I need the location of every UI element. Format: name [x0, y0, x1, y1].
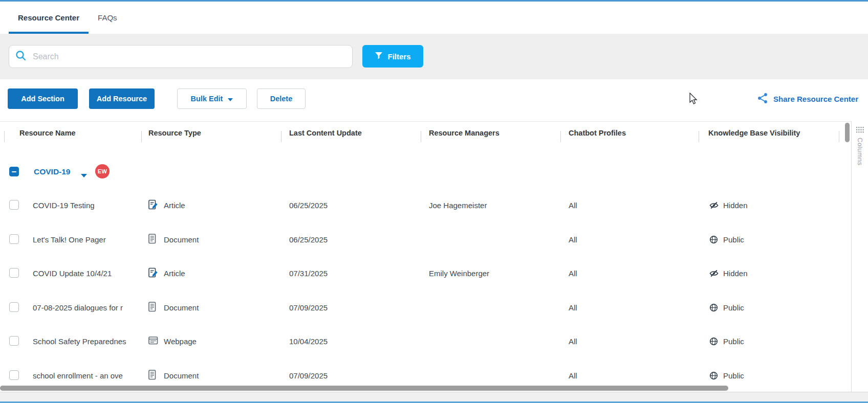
globe-icon — [709, 303, 718, 314]
header-chatbot-profiles: Chatbot Profiles — [569, 122, 626, 144]
chatbot-profiles: All — [569, 269, 577, 278]
document-icon — [148, 370, 156, 382]
search-icon — [15, 50, 27, 63]
section-name[interactable]: COVID-19 — [34, 167, 71, 176]
chatbot-profiles: All — [569, 201, 577, 210]
visibility-status: Hidden — [723, 201, 748, 210]
row-checkbox[interactable] — [9, 234, 19, 244]
tab-faqs-label: FAQs — [98, 13, 117, 22]
document-icon — [148, 302, 156, 314]
resource-name[interactable]: 07-08-2025 dialogues for r — [33, 303, 131, 312]
resource-type: Document — [164, 235, 199, 244]
add-resource-button[interactable]: Add Resource — [89, 88, 155, 109]
column-divider — [839, 131, 839, 142]
column-divider — [281, 131, 281, 142]
chatbot-profiles: All — [569, 235, 577, 244]
chevron-down-icon — [228, 95, 233, 103]
chatbot-profiles: All — [569, 303, 577, 312]
header-resource-managers: Resource Managers — [429, 122, 500, 144]
column-divider — [421, 131, 421, 142]
resource-managers: Joe Hagemeister — [429, 201, 487, 210]
globe-icon — [709, 371, 718, 382]
last-content-update: 06/25/2025 — [289, 201, 328, 210]
header-resource-name: Resource Name — [19, 122, 76, 144]
last-content-update: 07/09/2025 — [289, 371, 328, 380]
row-checkbox[interactable] — [9, 336, 19, 346]
horizontal-scrollbar[interactable] — [0, 386, 728, 391]
resource-name[interactable]: School Safety Preparednes — [33, 337, 131, 346]
resource-type: Article — [164, 201, 185, 210]
columns-panel: Columns — [851, 121, 868, 393]
last-content-update: 10/04/2025 — [289, 337, 328, 346]
filter-funnel-icon — [375, 52, 383, 61]
webpage-icon — [148, 337, 158, 347]
share-resource-center-link[interactable]: Share Resource Center — [757, 88, 858, 109]
article-icon — [148, 267, 158, 280]
add-section-button[interactable]: Add Section — [8, 88, 78, 109]
share-icon — [757, 93, 768, 105]
search-band: Filters — [0, 34, 868, 79]
section-collapse-caret-icon[interactable] — [81, 170, 87, 180]
resources-table: Resource Name Resource Type Last Content… — [0, 121, 868, 386]
avatar: EW — [95, 164, 110, 178]
filters-button-label: Filters — [387, 52, 410, 61]
column-divider — [141, 131, 142, 142]
header-knowledge-base-visibility: Knowledge Base Visibility — [708, 122, 800, 144]
row-checkbox[interactable] — [9, 370, 19, 380]
section-checkbox[interactable] — [9, 167, 19, 176]
column-divider — [4, 131, 5, 142]
column-divider — [560, 131, 561, 142]
visibility-status: Public — [723, 371, 744, 380]
resource-type: Document — [164, 303, 199, 312]
tab-resource-center-label: Resource Center — [18, 13, 79, 22]
resource-name[interactable]: school enrollment - an ove — [33, 371, 131, 380]
hidden-eye-icon — [709, 201, 719, 212]
resource-managers: Emily Weinberger — [429, 269, 489, 278]
row-checkbox[interactable] — [9, 268, 19, 278]
filters-button[interactable]: Filters — [362, 45, 423, 68]
tab-resource-center[interactable]: Resource Center — [9, 2, 89, 34]
delete-button[interactable]: Delete — [257, 88, 306, 109]
resource-type: Document — [164, 371, 199, 380]
resource-name[interactable]: COVID Update 10/4/21 — [33, 269, 131, 278]
globe-icon — [709, 235, 718, 246]
search-box — [9, 45, 353, 68]
visibility-status: Public — [723, 337, 744, 346]
columns-grid-icon[interactable] — [856, 126, 864, 135]
resource-type: Article — [164, 269, 185, 278]
last-content-update: 06/25/2025 — [289, 235, 328, 244]
row-checkbox[interactable] — [9, 302, 19, 312]
share-link-label: Share Resource Center — [773, 95, 858, 103]
hidden-eye-icon — [709, 269, 719, 280]
chatbot-profiles: All — [569, 337, 577, 346]
article-icon — [148, 199, 158, 212]
bulk-edit-button[interactable]: Bulk Edit — [177, 88, 247, 109]
search-input[interactable] — [32, 52, 346, 62]
header-last-content-update: Last Content Update — [289, 122, 362, 144]
header-resource-type: Resource Type — [148, 122, 201, 144]
resource-name[interactable]: Let's Talk! One Pager — [33, 235, 131, 244]
bulk-edit-label: Bulk Edit — [191, 95, 223, 103]
columns-panel-label[interactable]: Columns — [856, 138, 864, 166]
visibility-status: Public — [723, 303, 744, 312]
tab-bar: Resource Center FAQs — [0, 2, 868, 34]
resource-center-screen: Resource Center FAQs Filters Add Section… — [0, 0, 868, 403]
last-content-update: 07/31/2025 — [289, 269, 328, 278]
visibility-status: Hidden — [723, 269, 748, 278]
row-checkbox[interactable] — [9, 200, 19, 210]
column-divider — [699, 131, 699, 142]
chatbot-profiles: All — [569, 371, 577, 380]
visibility-status: Public — [723, 235, 744, 244]
resource-type: Webpage — [164, 337, 197, 346]
bottom-strip — [0, 392, 868, 401]
globe-icon — [709, 337, 718, 348]
resource-name[interactable]: COVID-19 Testing — [33, 201, 131, 210]
document-icon — [148, 234, 156, 246]
vertical-scrollbar[interactable] — [845, 123, 850, 142]
tab-faqs[interactable]: FAQs — [89, 2, 126, 34]
action-toolbar: Add Section Add Resource Bulk Edit Delet… — [0, 79, 868, 121]
last-content-update: 07/09/2025 — [289, 303, 328, 312]
